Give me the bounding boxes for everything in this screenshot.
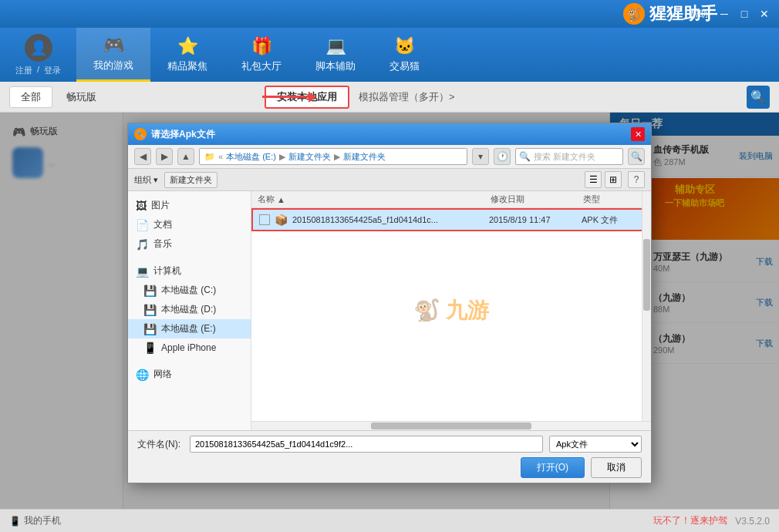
install-arrow [262,92,316,103]
drive-e-icon: 💾 [143,323,157,335]
sidebar-network[interactable]: 🌐 网络 [128,365,251,384]
drive-c-icon: 💾 [143,285,157,297]
dialog-title-bar: 🔧 请选择Apk文件 ✕ [128,123,651,145]
search-icon: 🔍 [750,89,766,104]
path-part-3[interactable]: 新建文件夹 [343,151,386,163]
sub-nav: 全部 畅玩版 安装本地应用 模拟器管理（多开）> 🔍 [0,82,779,113]
nav-trade-icon: 🐱 [394,36,415,56]
sidebar-drive-c[interactable]: 💾 本地磁盘 (C:) [128,281,251,300]
my-phone-label: 我的手机 [24,514,61,527]
my-phone[interactable]: 📱 我的手机 [9,514,61,527]
documents-icon: 📄 [136,219,149,231]
refresh-btn[interactable]: ▾ [472,148,489,165]
nav-gift[interactable]: 🎁 礼包大厅 [224,28,298,82]
col-type[interactable]: 类型 [583,194,645,205]
title-bar: 帮助 🐒 猩猩助手 ─ □ ✕ [0,0,779,28]
nav-gift-icon: 🎁 [251,36,272,56]
nav-script[interactable]: 💻 脚本辅助 [298,28,373,82]
tab-smooth[interactable]: 畅玩版 [56,87,107,107]
horizontal-scrollbar[interactable] [251,421,651,430]
nav-user: 👤 注册 / 登录 [15,34,61,76]
dialog-help-btn[interactable]: ? [628,171,645,188]
drive-d-label: 本地磁盘 (D:) [161,303,216,316]
sidebar-drive-d[interactable]: 💾 本地磁盘 (D:) [128,300,251,319]
view-icons: ☰ ⊞ [585,171,622,188]
network-icon: 🌐 [136,369,149,381]
sidebar-drive-e[interactable]: 💾 本地磁盘 (E:) [128,319,251,338]
file-list-header: 名称 ▲ 修改日期 类型 [251,191,651,208]
login-link[interactable]: 登录 [44,65,61,76]
action-row: 打开(O) 取消 [137,457,642,478]
go-btn[interactable]: 🔍 [628,148,645,165]
apk-file-icon: 📦 [275,214,288,226]
file-checkbox[interactable] [259,214,270,225]
user-avatar: 👤 [25,34,52,62]
computer-icon: 💻 [136,265,149,278]
new-folder-btn[interactable]: 新建文件夹 [164,172,218,188]
register-link[interactable]: 注册 [15,65,32,76]
path-part-1[interactable]: 本地磁盘 (E:) [226,151,276,163]
dialog-main: 🖼 图片 📄 文档 🎵 音乐 💻 [128,191,651,430]
file-list-area: 名称 ▲ 修改日期 类型 📦 20150818133654425a5_f1d [251,191,651,430]
filetype-select[interactable]: Apk文件 [549,436,642,453]
view-details-btn[interactable]: ☰ [585,171,602,188]
iphone-label: Apple iPhone [161,342,216,353]
version-label: V3.5.2.0 [735,516,770,527]
sidebar-music[interactable]: 🎵 音乐 [128,234,251,254]
back-btn[interactable]: ◀ [134,148,151,165]
sort-arrow: ▲ [277,195,285,204]
nav-trade[interactable]: 🐱 交易猫 [373,28,437,82]
nav-featured[interactable]: ⭐ 精品聚焦 [150,28,224,82]
cancel-btn[interactable]: 取消 [591,457,642,478]
dialog-close-btn[interactable]: ✕ [631,127,645,141]
dialog-overlay: 🔧 请选择Apk文件 ✕ ◀ ▶ ▲ 📁 « 本地磁盘 (E:) ▶ 新建文件夹 [0,113,779,509]
minimize-button[interactable]: ─ [716,5,733,22]
dialog-title-text: 请选择Apk文件 [151,128,626,141]
col-name[interactable]: 名称 ▲ [258,194,491,205]
user-links: 注册 / 登录 [15,65,61,76]
vertical-scrollbar[interactable] [642,191,651,430]
nav-featured-label: 精品聚焦 [167,59,207,73]
nav-my-games-label: 我的游戏 [93,59,133,72]
drive-c-label: 本地磁盘 (C:) [161,284,216,297]
tab-all[interactable]: 全部 [9,86,52,108]
view-icons-btn[interactable]: ⊞ [605,171,622,188]
organize-btn[interactable]: 组织 ▾ [134,174,158,186]
forward-btn[interactable]: ▶ [156,148,173,165]
up-btn[interactable]: ▲ [177,148,194,165]
play-link[interactable]: 玩不了！逐来护驾 [653,514,727,527]
nav-my-games[interactable]: 🎮 我的游戏 [76,28,150,82]
col-date[interactable]: 修改日期 [491,194,583,205]
filename-input[interactable] [190,436,543,453]
file-row-apk[interactable]: 📦 20150818133654425a5_f1d0414d1c... 2015… [251,208,651,231]
v-scrollbar-thumb[interactable] [643,239,650,311]
search-bar: 🔍 搜索 新建文件夹 [515,148,623,165]
sidebar-pictures[interactable]: 🖼 图片 [128,196,251,215]
nav-featured-icon: ⭐ [177,36,198,56]
open-btn[interactable]: 打开(O) [521,457,585,478]
h-scrollbar-thumb[interactable] [371,423,531,429]
drive-e-label: 本地磁盘 (E:) [161,322,216,335]
main-content: 🎮 畅玩版 ... 每日一荐 血传奇手机版 色 287M 装到电脑 [0,113,779,509]
path-part-2[interactable]: 新建文件夹 [288,151,331,163]
close-button[interactable]: ✕ [756,5,773,22]
sidebar-documents[interactable]: 📄 文档 [128,215,251,234]
bottom-bar-right: 玩不了！逐来护驾 V3.5.2.0 [653,514,770,527]
file-dialog: 🔧 请选择Apk文件 ✕ ◀ ▶ ▲ 📁 « 本地磁盘 (E:) ▶ 新建文件夹 [127,123,652,483]
path-icon: 📁 [204,152,215,162]
file-date-cell: 2015/8/19 11:47 [489,215,582,224]
nav-gift-label: 礼包大厅 [241,59,282,73]
computer-label: 计算机 [153,264,181,278]
sidebar-iphone[interactable]: 📱 Apple iPhone [128,338,251,357]
simulator-mgmt-btn[interactable]: 模拟器管理（多开）> [359,90,455,104]
path-sep-1: ▶ [279,152,285,162]
bottom-bar: 📱 我的手机 玩不了！逐来护驾 V3.5.2.0 [0,509,779,532]
maximize-button[interactable]: □ [736,5,753,22]
nav-script-label: 脚本辅助 [315,59,356,73]
window-controls: ─ □ ✕ [716,5,773,22]
pictures-icon: 🖼 [136,200,147,212]
search-button[interactable]: 🔍 [747,86,770,109]
recent-btn[interactable]: 🕐 [494,148,511,165]
sidebar-computer[interactable]: 💻 计算机 [128,261,251,281]
dialog-title-icon: 🔧 [134,128,147,140]
